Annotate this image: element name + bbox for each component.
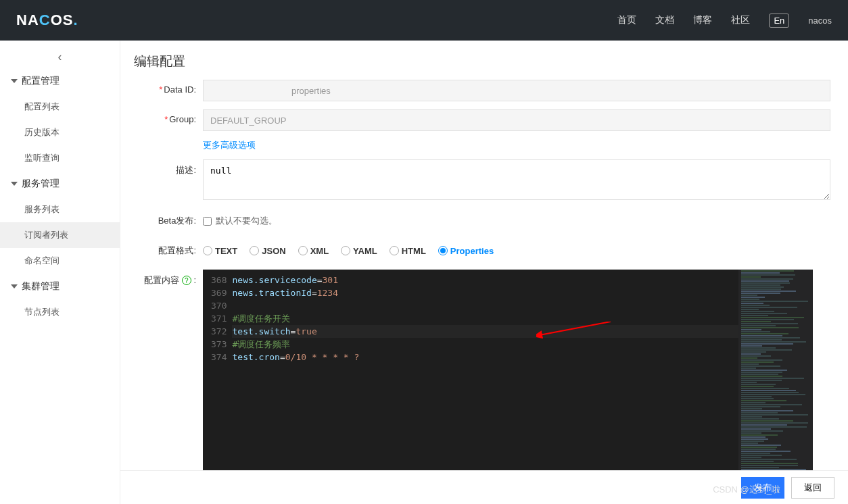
editor-minimap[interactable]: [738, 270, 813, 472]
label-data-id: *Data ID:: [128, 80, 203, 95]
sidebar-item-namespace[interactable]: 命名空间: [0, 248, 120, 274]
label-desc: 描述:: [128, 159, 203, 176]
radio-icon: [298, 246, 308, 255]
nav-docs[interactable]: 文档: [655, 14, 674, 26]
page-title: 编辑配置: [128, 49, 848, 80]
sidebar-item-service-list[interactable]: 服务列表: [0, 197, 120, 222]
beta-checkbox[interactable]: [203, 217, 212, 226]
nav-community[interactable]: 社区: [731, 14, 750, 26]
format-radio-yaml[interactable]: YAML: [341, 246, 377, 256]
advanced-options-link[interactable]: 更多高级选项: [203, 140, 256, 150]
label-group: *Group:: [128, 109, 203, 124]
caret-down-icon: [11, 79, 18, 83]
sidebar-group-service[interactable]: 服务管理: [0, 171, 120, 197]
code-editor[interactable]: 368369370371372373374 news.servicecode=3…: [203, 270, 813, 472]
beta-hint: 默认不要勾选。: [216, 215, 277, 227]
description-textarea[interactable]: null: [203, 159, 830, 200]
sidebar-item-subscriber[interactable]: 订阅者列表: [0, 222, 120, 248]
help-icon[interactable]: ?: [182, 276, 191, 285]
label-format: 配置格式:: [128, 240, 203, 257]
logo: NACOS.: [16, 11, 78, 29]
nav-blog[interactable]: 博客: [693, 14, 712, 26]
editor-body[interactable]: news.servicecode=301news.tractionId=1234…: [232, 270, 738, 472]
radio-icon: [390, 246, 399, 255]
main-content: 编辑配置 *Data ID: *Group: 更多高级选项 描述: null: [120, 41, 848, 504]
format-radio-text[interactable]: TEXT: [203, 246, 237, 256]
radio-icon: [341, 246, 350, 255]
sidebar: ‹ 配置管理 配置列表 历史版本 监听查询 服务管理 服务列表 订阅者列表 命名…: [0, 41, 120, 504]
caret-down-icon: [11, 284, 18, 288]
sidebar-group-cluster[interactable]: 集群管理: [0, 274, 120, 299]
editor-gutter: 368369370371372373374: [203, 270, 232, 472]
format-radio-properties[interactable]: Properties: [438, 246, 494, 256]
radio-icon: [203, 246, 212, 255]
lang-toggle[interactable]: En: [769, 14, 789, 28]
format-radio-html[interactable]: HTML: [390, 246, 426, 256]
sidebar-item-node-list[interactable]: 节点列表: [0, 299, 120, 325]
footer-bar: 发布 返回: [120, 470, 848, 504]
beta-checkbox-wrap[interactable]: 默认不要勾选。: [203, 210, 830, 232]
format-radio-json[interactable]: JSON: [250, 246, 285, 256]
back-button[interactable]: 返回: [791, 477, 834, 499]
user-menu[interactable]: nacos: [808, 16, 832, 26]
sidebar-group-config[interactable]: 配置管理: [0, 68, 120, 94]
sidebar-collapse[interactable]: ‹: [0, 41, 120, 68]
radio-icon: [438, 246, 448, 255]
sidebar-item-listener[interactable]: 监听查询: [0, 145, 120, 171]
nav-home[interactable]: 首页: [617, 14, 636, 26]
header-nav: 首页 文档 博客 社区 En nacos: [617, 14, 832, 28]
radio-icon: [250, 246, 259, 255]
top-header: NACOS. 首页 文档 博客 社区 En nacos: [0, 0, 848, 41]
caret-down-icon: [11, 182, 18, 186]
label-content: 配置内容? :: [128, 270, 203, 286]
group-input[interactable]: [203, 109, 830, 131]
publish-button[interactable]: 发布: [741, 477, 784, 499]
data-id-input[interactable]: [203, 80, 830, 101]
format-radio-xml[interactable]: XML: [298, 246, 329, 256]
label-beta: Beta发布:: [128, 210, 203, 227]
format-radio-group: TEXTJSONXMLYAMLHTMLProperties: [203, 240, 830, 261]
sidebar-item-config-list[interactable]: 配置列表: [0, 94, 120, 120]
sidebar-item-history[interactable]: 历史版本: [0, 120, 120, 145]
